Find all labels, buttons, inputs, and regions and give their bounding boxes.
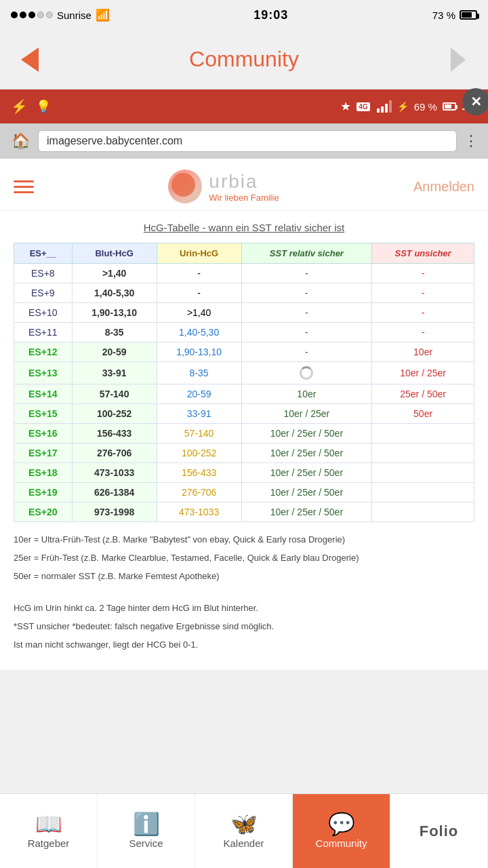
table-header-row: ES+__ Blut-HcG Urin-HcG SST relativ sich… <box>14 243 474 264</box>
cell-blut: 473-1033 <box>72 463 157 483</box>
cell-sst-unsicher: - <box>372 303 474 323</box>
battery-icon <box>460 10 477 20</box>
signal-dots <box>11 12 53 18</box>
cell-sst-sicher: - <box>241 283 372 303</box>
bar1 <box>377 108 380 113</box>
cell-urin: 57-140 <box>157 424 241 443</box>
cell-sst-unsicher <box>372 463 474 483</box>
cell-sst-unsicher <box>372 443 474 463</box>
cell-es: ES+12 <box>14 342 73 362</box>
nav-title: Community <box>189 47 299 72</box>
table-row: ES+19626-1384276-70610er / 25er / 50er <box>14 483 474 502</box>
th-urin: Urin-HcG <box>157 243 241 264</box>
ratgeber-icon: 📖 <box>35 813 62 835</box>
android-status-left: ⚡ 💡 <box>11 98 51 115</box>
bar3 <box>385 104 388 113</box>
note-1: 10er = Ultra-Früh-Test (z.B. Marke "Baby… <box>14 533 474 547</box>
forward-button[interactable] <box>445 46 472 73</box>
table-row: ES+16156-43357-14010er / 25er / 50er <box>14 424 474 443</box>
back-button[interactable] <box>16 46 43 73</box>
table-row: ES+15100-25233-9110er / 25er50er <box>14 404 474 424</box>
tab-kalender[interactable]: 🦋 Kalender <box>195 794 293 868</box>
cell-sst-unsicher: 10er <box>372 342 474 362</box>
browser-menu-icon[interactable]: ⋮ <box>464 132 479 150</box>
cell-es: ES+8 <box>14 264 73 283</box>
tab-ratgeber-label: Ratgeber <box>28 837 70 849</box>
kalender-icon: 🦋 <box>230 813 258 835</box>
charge-icon: ⚡ <box>397 101 409 112</box>
tab-community[interactable]: 💬 Community <box>293 794 390 868</box>
cell-blut: 8-35 <box>72 323 157 342</box>
cell-urin: 473-1033 <box>157 502 241 522</box>
cell-sst-unsicher: - <box>372 323 474 342</box>
cell-blut: 57-140 <box>72 384 157 404</box>
table-header: ES+__ Blut-HcG Urin-HcG SST relativ sich… <box>14 243 474 264</box>
cell-es: ES+20 <box>14 502 73 522</box>
urbia-logo-circle <box>168 170 202 203</box>
cell-blut: 100-252 <box>72 404 157 424</box>
tab-folio[interactable]: Folio <box>390 794 488 868</box>
hamburger-line-2 <box>14 186 34 188</box>
android-status-right: ★ 4G ⚡ 69 % 12: <box>340 99 477 114</box>
cell-es: ES+15 <box>14 404 73 424</box>
footnote-1: HcG im Urin hinkt ca. 2 Tage hinter dem … <box>14 601 474 616</box>
urbia-brand-name: urbia <box>209 171 279 193</box>
cell-sst-sicher: - <box>241 342 372 362</box>
note-2: 25er = Früh-Test (z.B. Marke Clearblue, … <box>14 551 474 566</box>
cell-sst-sicher: 10er / 25er / 50er <box>241 443 372 463</box>
cell-urin: 20-59 <box>157 384 241 404</box>
loading-spinner <box>300 366 313 380</box>
home-button[interactable]: 🏠 <box>9 130 31 152</box>
status-left: Sunrise 📶 <box>11 8 110 22</box>
table-row: ES+118-351,40-5,30-- <box>14 323 474 342</box>
cell-blut: 33-91 <box>72 362 157 384</box>
cell-sst-sicher: - <box>241 303 372 323</box>
hcg-table: ES+__ Blut-HcG Urin-HcG SST relativ sich… <box>14 243 474 522</box>
cell-sst-unsicher <box>372 424 474 443</box>
signal-dot-2 <box>20 12 26 18</box>
cell-sst-unsicher: - <box>372 264 474 283</box>
status-right: 73 % <box>432 9 477 21</box>
table-row: ES+1333-918-3510er / 25er <box>14 362 474 384</box>
th-es: ES+__ <box>14 243 73 264</box>
usb-icon: ⚡ <box>11 98 28 115</box>
url-field[interactable]: imageserve.babycenter.com <box>38 130 457 152</box>
table-row: ES+91,40-5,30--- <box>14 283 474 303</box>
cell-sst-unsicher: - <box>372 283 474 303</box>
th-blut: Blut-HcG <box>72 243 157 264</box>
content-area: HcG-Tabelle - wann ein SST relativ siche… <box>0 211 488 533</box>
close-button[interactable]: ✕ <box>462 88 488 115</box>
signal-dot-3 <box>28 12 35 18</box>
cell-es: ES+11 <box>14 323 73 342</box>
cell-urin: >1,40 <box>157 303 241 323</box>
table-row: ES+17276-706100-25210er / 25er / 50er <box>14 443 474 463</box>
tab-service[interactable]: ℹ️ Service <box>98 794 195 868</box>
browser-url-bar: 🏠 imageserve.babycenter.com ⋮ <box>0 123 488 159</box>
anmelden-button[interactable]: Anmelden <box>413 179 474 195</box>
cell-urin: 1,40-5,30 <box>157 323 241 342</box>
tab-community-label: Community <box>316 837 367 849</box>
cell-sst-sicher: 10er / 25er <box>241 404 372 424</box>
tab-ratgeber[interactable]: 📖 Ratgeber <box>0 794 98 868</box>
table-row: ES+1220-591,90-13,10-10er <box>14 342 474 362</box>
android-battery-pct: 69 % <box>414 101 437 113</box>
cell-urin: - <box>157 264 241 283</box>
forward-arrow-icon <box>451 47 466 72</box>
cell-sst-unsicher: 50er <box>372 404 474 424</box>
hamburger-menu-icon[interactable] <box>14 180 34 193</box>
table-title: HcG-Tabelle - wann ein SST relativ siche… <box>14 222 474 233</box>
table-row: ES+18473-1033156-43310er / 25er / 50er <box>14 463 474 483</box>
cell-blut: 1,90-13,10 <box>72 303 157 323</box>
cell-sst-sicher: 10er / 25er / 50er <box>241 424 372 443</box>
cell-urin: 100-252 <box>157 443 241 463</box>
cell-es: ES+18 <box>14 463 73 483</box>
urbia-logo: urbia Wir lieben Familie <box>168 170 279 203</box>
footnote-2: *SST unsicher *bedeutet: falsch negative… <box>14 620 474 634</box>
wifi-icon: 📶 <box>96 8 110 22</box>
table-row: ES+1457-14020-5910er25er / 50er <box>14 384 474 404</box>
cell-es: ES+14 <box>14 384 73 404</box>
notes-area: 10er = Ultra-Früh-Test (z.B. Marke "Baby… <box>0 533 488 670</box>
android-status-bar: ⚡ 💡 ★ 4G ⚡ 69 % 12: ✕ <box>0 90 488 123</box>
th-sst-unsicher: SST unsicher <box>372 243 474 264</box>
cell-urin: - <box>157 283 241 303</box>
